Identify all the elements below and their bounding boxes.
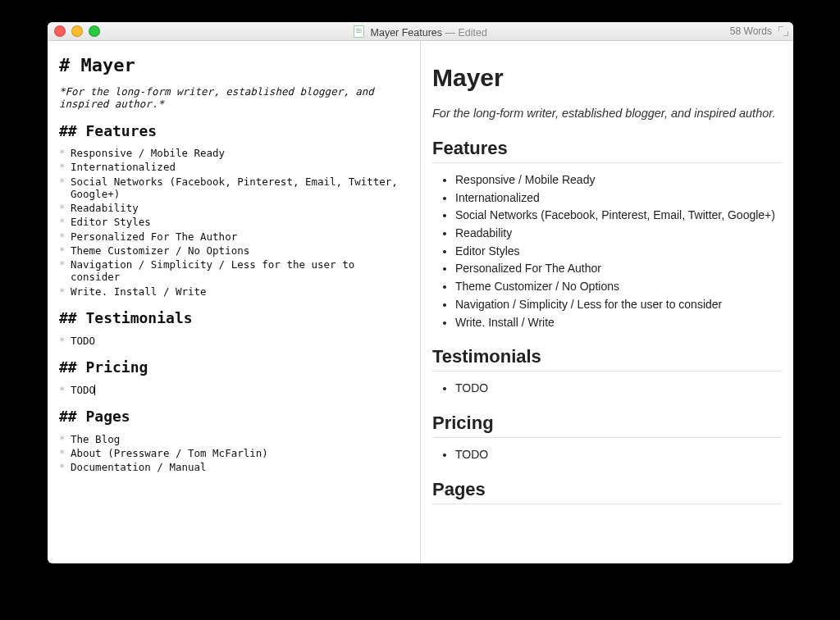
traffic-lights [48, 25, 100, 37]
preview-h2-pricing: Pricing [432, 413, 782, 438]
src-tagline: *For the long-form writer, established b… [59, 85, 409, 111]
edited-status: — Edited [445, 27, 487, 39]
src-list-item: TODO [59, 384, 409, 397]
preview-list-features: Responsive / Mobile Ready Internationali… [432, 171, 782, 331]
preview-list-testimonials: TODO [432, 380, 782, 398]
preview-list-item: Write. Install / Write [455, 314, 782, 332]
preview-list-item: Internationalized [455, 189, 782, 207]
preview-list-item: Navigation / Simplicity / Less for the u… [455, 296, 782, 314]
text-cursor [94, 385, 95, 395]
close-button[interactable] [54, 25, 66, 37]
word-count: 58 Words [730, 25, 778, 37]
src-list-item: Editor Styles [59, 216, 409, 229]
preview-list-item: Readability [455, 225, 782, 243]
src-list-item: Write. Install / Write [59, 285, 409, 299]
src-list-item: Responsive / Mobile Ready [59, 147, 409, 160]
src-list-item: Theme Customizer / No Options [59, 244, 409, 258]
editor-body: # Mayer *For the long-form writer, estab… [48, 41, 793, 563]
fullscreen-icon[interactable] [778, 26, 788, 36]
src-list-item: The Blog [59, 433, 409, 446]
preview-list-item: TODO [455, 380, 782, 398]
preview-list-item: Personalized For The Author [455, 260, 782, 278]
source-pane[interactable]: # Mayer *For the long-form writer, estab… [48, 41, 421, 563]
preview-list-item: TODO [455, 446, 782, 464]
preview-tagline: For the long-form writer, established bl… [432, 107, 782, 120]
src-h2-testimonials: ## Testimonials [59, 309, 409, 328]
src-h1: # Mayer [59, 54, 409, 77]
preview-pane[interactable]: Mayer For the long-form writer, establis… [421, 41, 793, 563]
zoom-button[interactable] [89, 25, 100, 37]
src-list-item: Internationalized [59, 161, 409, 174]
document-icon [354, 25, 364, 38]
preview-list-item: Responsive / Mobile Ready [455, 171, 782, 189]
src-list-item: Documentation / Manual [59, 461, 409, 474]
preview-h1: Mayer [432, 64, 782, 92]
window-title: Mayer Features — Edited [48, 24, 793, 39]
src-h2-features: ## Features [59, 122, 409, 141]
titlebar[interactable]: Mayer Features — Edited 58 Words [48, 22, 793, 41]
preview-list-item: Editor Styles [455, 243, 782, 261]
src-list-features: Responsive / Mobile Ready Internationali… [59, 147, 409, 298]
src-list-item: TODO [59, 335, 409, 348]
src-list-item: Social Networks (Facebook, Pinterest, Em… [59, 176, 409, 201]
preview-h2-testimonials: Testimonials [432, 346, 782, 372]
src-h2-pricing: ## Pricing [59, 358, 409, 377]
preview-list-pricing: TODO [432, 446, 782, 464]
src-list-item: Readability [59, 202, 409, 215]
minimize-button[interactable] [71, 25, 83, 37]
preview-list-item: Social Networks (Facebook, Pinterest, Em… [455, 207, 782, 225]
filename: Mayer Features [371, 27, 443, 39]
src-list-item: Navigation / Simplicity / Less for the u… [59, 258, 409, 284]
src-list-item: Personalized For The Author [59, 230, 409, 244]
src-h2-pages: ## Pages [59, 408, 409, 426]
preview-h2-pages: Pages [432, 479, 782, 504]
preview-h2-features: Features [432, 138, 782, 163]
preview-list-item: Theme Customizer / No Options [455, 278, 782, 296]
app-window: Mayer Features — Edited 58 Words # Mayer… [48, 22, 793, 563]
src-list-item: About (Pressware / Tom McFarlin) [59, 447, 409, 460]
